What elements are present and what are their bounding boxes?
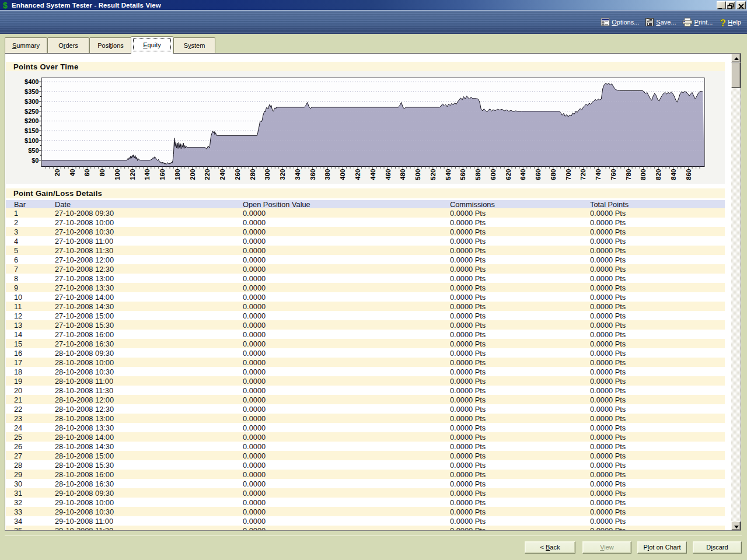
svg-text:560: 560 <box>459 169 466 180</box>
svg-text:$200: $200 <box>25 117 39 124</box>
svg-text:840: 840 <box>670 169 677 180</box>
svg-text:760: 760 <box>610 169 617 180</box>
svg-text:400: 400 <box>339 169 346 180</box>
svg-text:480: 480 <box>399 169 406 180</box>
svg-text:140: 140 <box>144 169 151 180</box>
svg-text:500: 500 <box>414 169 421 180</box>
svg-text:680: 680 <box>550 169 557 180</box>
svg-text:860: 860 <box>685 169 692 180</box>
svg-text:460: 460 <box>385 169 392 180</box>
svg-text:700: 700 <box>565 169 572 180</box>
svg-text:180: 180 <box>174 169 181 180</box>
svg-text:740: 740 <box>595 169 602 180</box>
svg-text:260: 260 <box>234 169 241 180</box>
svg-text:40: 40 <box>69 169 76 177</box>
svg-text:540: 540 <box>445 169 452 180</box>
svg-text:120: 120 <box>129 169 136 180</box>
svg-text:800: 800 <box>640 169 647 180</box>
svg-text:$250: $250 <box>25 108 39 115</box>
svg-text:240: 240 <box>219 169 226 180</box>
svg-text:360: 360 <box>309 169 316 180</box>
svg-text:660: 660 <box>535 169 542 180</box>
svg-text:200: 200 <box>189 169 196 180</box>
svg-text:780: 780 <box>625 169 632 180</box>
svg-text:20: 20 <box>54 169 61 177</box>
svg-text:160: 160 <box>159 169 166 180</box>
svg-text:720: 720 <box>580 169 587 180</box>
svg-text:280: 280 <box>249 169 256 180</box>
svg-text:620: 620 <box>505 169 512 180</box>
svg-text:?: ? <box>720 18 726 27</box>
svg-text:820: 820 <box>655 169 662 180</box>
svg-text:340: 340 <box>294 169 301 180</box>
svg-text:440: 440 <box>369 169 376 180</box>
svg-text:580: 580 <box>474 169 481 180</box>
svg-text:100: 100 <box>114 169 121 180</box>
svg-text:320: 320 <box>279 169 286 180</box>
svg-text:640: 640 <box>519 169 526 180</box>
svg-text:80: 80 <box>99 169 106 177</box>
svg-text:$400: $400 <box>25 78 39 85</box>
svg-text:$300: $300 <box>25 98 39 105</box>
svg-text:60: 60 <box>83 169 90 177</box>
svg-text:$100: $100 <box>25 137 39 144</box>
svg-text:420: 420 <box>354 169 361 180</box>
svg-text:$350: $350 <box>25 88 39 95</box>
svg-text:300: 300 <box>264 169 271 180</box>
svg-text:520: 520 <box>430 169 437 180</box>
svg-text:600: 600 <box>490 169 497 180</box>
svg-text:220: 220 <box>204 169 211 180</box>
svg-text:$150: $150 <box>25 127 39 134</box>
svg-text:380: 380 <box>324 169 331 180</box>
svg-text:$0: $0 <box>32 157 39 164</box>
svg-text:$50: $50 <box>28 147 39 154</box>
